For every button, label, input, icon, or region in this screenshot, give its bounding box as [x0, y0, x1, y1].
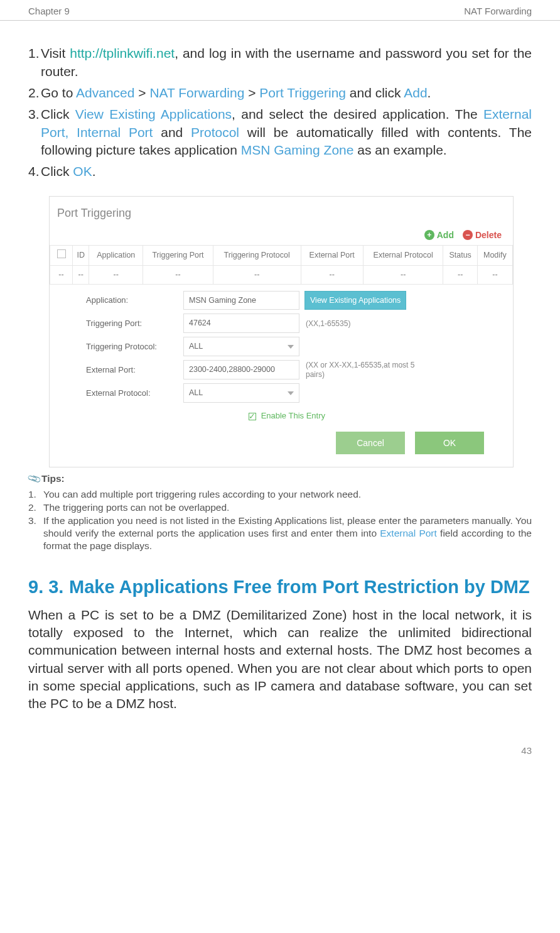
th-ext-proto: External Protocol — [363, 245, 443, 265]
section-number: 9. 3. — [28, 576, 69, 598]
enable-entry-checkbox[interactable]: Enable This Entry — [86, 406, 488, 432]
select-trigger-proto-value: ALL — [189, 341, 203, 352]
hint-trigger-port: (XX,1-65535) — [306, 319, 350, 328]
checkmark-icon — [249, 413, 256, 420]
tips-list: You can add multiple port triggering rul… — [28, 487, 532, 553]
input-ext-port[interactable]: 2300-2400,28800-29000 — [183, 360, 299, 379]
cell-empty: -- — [50, 265, 73, 284]
step-list: Visit http://tplinkwifi.net, and log in … — [28, 45, 532, 180]
section-title: Make Applications Free from Port Restric… — [69, 576, 530, 598]
step1-prefix: Visit — [41, 46, 70, 60]
th-ext-port: External Port — [301, 245, 363, 265]
add-label: Add — [437, 229, 454, 241]
select-ext-proto[interactable]: ALL — [183, 383, 299, 403]
th-trigger-port: Triggering Port — [143, 245, 213, 265]
term-add: Add — [404, 85, 427, 100]
paperclip-icon: 📎 — [26, 471, 43, 488]
s2b: and click — [346, 85, 404, 100]
enable-label: Enable This Entry — [261, 411, 325, 420]
hint-ext-port: (XX or XX-XX,1-65535,at most 5 pairs) — [306, 361, 419, 379]
term-ok: OK — [73, 164, 92, 178]
tips-label: Tips: — [41, 473, 65, 484]
s2gt1: > — [134, 85, 149, 100]
cell-empty: -- — [89, 265, 143, 284]
step-3: Click View Existing Applications, and se… — [28, 106, 532, 159]
table-row: -- -- -- -- -- -- -- -- -- — [50, 265, 513, 284]
th-application: Application — [89, 245, 143, 265]
s2a: Go to — [41, 85, 76, 100]
input-trigger-port[interactable]: 47624 — [183, 314, 299, 333]
s3c: and — [153, 125, 191, 139]
th-modify: Modify — [477, 245, 512, 265]
delete-label: Delete — [475, 229, 502, 241]
delete-button[interactable]: − Delete — [463, 229, 502, 241]
section-9-3-heading: 9. 3. Make Applications Free from Port R… — [0, 553, 560, 606]
add-button[interactable]: + Add — [424, 229, 454, 241]
label-application: Application: — [86, 295, 183, 306]
form-area: Application: MSN Gaming Zone View Existi… — [50, 285, 513, 432]
s3b: , and select the desired application. Th… — [232, 107, 483, 121]
term-nat-forwarding: NAT Forwarding — [149, 85, 244, 100]
cell-empty: -- — [477, 265, 512, 284]
cancel-button[interactable]: Cancel — [336, 432, 405, 455]
chapter-label: Chapter 9 — [28, 5, 70, 18]
tip-3: If the application you need is not liste… — [28, 515, 532, 552]
cell-empty: -- — [73, 265, 89, 284]
cell-empty: -- — [443, 265, 477, 284]
s4a: Click — [41, 164, 73, 178]
step-4: Click OK. — [28, 163, 532, 180]
plus-icon: + — [424, 230, 434, 240]
s3a: Click — [41, 107, 75, 121]
chevron-down-icon — [288, 391, 294, 395]
step-2: Go to Advanced > NAT Forwarding > Port T… — [28, 84, 532, 102]
label-ext-port: External Port: — [86, 364, 183, 376]
checkbox-icon — [57, 249, 66, 258]
term-port-triggering: Port Triggering — [259, 85, 346, 100]
cell-empty: -- — [213, 265, 301, 284]
s3e: as an example. — [353, 143, 446, 157]
term-advanced: Advanced — [76, 85, 134, 100]
input-application[interactable]: MSN Gaming Zone — [183, 291, 299, 310]
s4b: . — [92, 164, 96, 178]
view-existing-button[interactable]: View Existing Applications — [304, 291, 406, 310]
chevron-down-icon — [288, 345, 294, 349]
s2dot: . — [428, 85, 431, 100]
tips-heading: 📎Tips: — [28, 469, 532, 486]
topic-label: NAT Forwarding — [464, 5, 532, 18]
section-9-3-body: When a PC is set to be a DMZ (Demilitari… — [0, 606, 560, 713]
select-trigger-proto[interactable]: ALL — [183, 337, 299, 356]
tip-2: The triggering ports can not be overlapp… — [28, 501, 532, 514]
cell-empty: -- — [363, 265, 443, 284]
cell-empty: -- — [143, 265, 213, 284]
panel-title: Port Triggering — [50, 197, 513, 226]
th-id: ID — [73, 245, 89, 265]
label-trigger-port: Triggering Port: — [86, 318, 183, 329]
label-ext-proto: External Protocol: — [86, 388, 183, 399]
select-ext-proto-value: ALL — [189, 388, 203, 398]
tplink-url-link[interactable]: http://tplinkwifi.net — [70, 46, 175, 60]
s2gt2: > — [244, 85, 259, 100]
port-triggering-panel: Port Triggering + Add − Delete ID Applic… — [49, 196, 514, 468]
term-msn: MSN Gaming Zone — [241, 143, 354, 157]
term-view-existing: View Existing Applications — [75, 107, 232, 121]
th-trigger-proto: Triggering Protocol — [213, 245, 301, 265]
step-1: Visit http://tplinkwifi.net, and log in … — [28, 45, 532, 80]
page-header: Chapter 9 NAT Forwarding — [0, 0, 560, 21]
cell-empty: -- — [301, 265, 363, 284]
tip-term-external-port: External Port — [380, 528, 437, 538]
th-status: Status — [443, 245, 477, 265]
ok-button[interactable]: OK — [415, 432, 484, 455]
term-protocol: Protocol — [191, 125, 239, 139]
minus-icon: − — [463, 230, 473, 240]
triggering-table: ID Application Triggering Port Triggerin… — [50, 245, 513, 285]
th-checkbox[interactable] — [50, 245, 73, 265]
label-trigger-proto: Triggering Protocol: — [86, 341, 183, 352]
tip-1: You can add multiple port triggering rul… — [28, 488, 532, 501]
page-number: 43 — [0, 713, 560, 770]
